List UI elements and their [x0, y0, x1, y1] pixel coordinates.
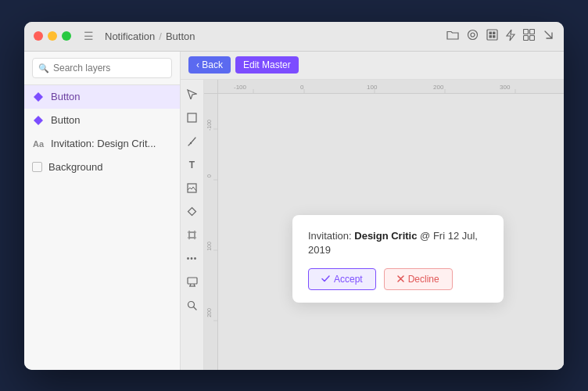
breadcrumb-separator: / — [159, 30, 162, 42]
ruler-left: -100 0 100 200 300 — [204, 94, 218, 370]
svg-text:0: 0 — [206, 174, 212, 177]
pen-tool[interactable] — [184, 133, 201, 150]
pointer-tool[interactable] — [184, 86, 201, 103]
main-area: 🔍 Button — [24, 52, 564, 370]
maximize-button[interactable] — [62, 31, 71, 41]
text-icon: Aa — [32, 138, 45, 150]
sidebar-item-label: Background — [48, 161, 102, 173]
svg-line-28 — [194, 307, 197, 310]
component-tool[interactable] — [184, 203, 201, 221]
svg-point-12 — [190, 142, 192, 143]
svg-text:200: 200 — [433, 84, 444, 91]
tool-panel: T — [181, 80, 204, 370]
svg-rect-10 — [530, 36, 535, 41]
notification-title: Invitation: Design Critic @ Fri 12 Jul, … — [308, 229, 488, 257]
svg-point-0 — [468, 30, 478, 40]
svg-rect-11 — [188, 113, 196, 122]
svg-rect-2 — [487, 30, 497, 40]
svg-text:300: 300 — [500, 84, 511, 91]
svg-rect-23 — [188, 278, 197, 284]
artboard-tool[interactable] — [184, 227, 201, 244]
minimize-button[interactable] — [48, 31, 57, 41]
notification-card: Invitation: Design Critic @ Fri 12 Jul, … — [292, 215, 504, 303]
component-icon-2 — [32, 114, 45, 127]
svg-text:0: 0 — [300, 84, 304, 91]
notification-title-bold: Design Critic — [354, 230, 417, 242]
export-icon[interactable] — [543, 29, 554, 43]
canvas-toolbar: ‹ Back Edit Master — [181, 52, 564, 80]
monitor-tool[interactable] — [184, 274, 201, 291]
svg-rect-8 — [530, 30, 535, 34]
more-tool[interactable]: ••• — [184, 250, 201, 267]
breadcrumb-part2: Button — [166, 30, 195, 42]
traffic-lights — [34, 31, 71, 41]
ruler-corner — [204, 80, 218, 94]
svg-rect-5 — [489, 35, 493, 38]
sidebar-list: Button Button Aa Invitation: Design Crit… — [24, 85, 180, 370]
accept-button[interactable]: Accept — [308, 268, 376, 290]
svg-text:-100: -100 — [234, 84, 247, 91]
sidebar-item-label: Button — [51, 91, 81, 102]
notification-buttons: Accept Decline — [308, 268, 488, 290]
sidebar-item-button1[interactable]: Button — [24, 85, 180, 109]
svg-rect-6 — [493, 35, 496, 38]
svg-rect-14 — [189, 232, 195, 238]
frame-tool[interactable] — [184, 109, 201, 127]
sidebar-item-invitation[interactable]: Aa Invitation: Design Crit... — [24, 132, 180, 156]
breadcrumb: Notification / Button — [105, 30, 195, 42]
svg-text:100: 100 — [367, 84, 378, 91]
sidebar-item-label: Button — [51, 114, 81, 126]
svg-point-1 — [471, 33, 475, 37]
edit-master-button[interactable]: Edit Master — [235, 56, 299, 74]
app-window: ☰ Notification / Button — [24, 22, 564, 370]
svg-text:-100: -100 — [206, 119, 212, 130]
components-icon[interactable] — [486, 29, 498, 43]
svg-rect-9 — [524, 36, 529, 41]
folder-icon[interactable] — [446, 30, 459, 43]
zoom-tool[interactable] — [184, 297, 201, 314]
svg-text:200: 200 — [206, 308, 212, 317]
menu-icon[interactable]: ☰ — [84, 30, 94, 42]
close-button[interactable] — [34, 31, 43, 41]
sidebar: 🔍 Button — [24, 52, 181, 370]
search-input[interactable] — [32, 58, 172, 78]
rect-icon — [32, 162, 42, 172]
back-button[interactable]: ‹ Back — [188, 56, 231, 74]
canvas-area[interactable]: -100 0 100 200 300 400 — [204, 80, 564, 370]
titlebar: ☰ Notification / Button — [24, 22, 564, 52]
sidebar-item-button2[interactable]: Button — [24, 109, 180, 132]
sidebar-item-background[interactable]: Background — [24, 156, 180, 178]
search-icon: 🔍 — [38, 63, 49, 73]
svg-rect-4 — [493, 32, 496, 35]
canvas-wrapper: T — [181, 80, 564, 370]
breadcrumb-part1: Notification — [105, 30, 155, 42]
decline-button[interactable]: Decline — [384, 268, 453, 290]
lightning-icon[interactable] — [506, 29, 515, 44]
svg-rect-7 — [524, 30, 529, 34]
titlebar-icons — [446, 29, 554, 44]
text-tool[interactable]: T — [184, 156, 201, 174]
svg-text:100: 100 — [206, 242, 212, 251]
sidebar-search-area: 🔍 — [24, 52, 180, 85]
svg-rect-3 — [489, 32, 493, 35]
sidebar-item-label: Invitation: Design Crit... — [51, 138, 156, 149]
image-tool[interactable] — [184, 180, 201, 197]
component-icon — [32, 91, 45, 103]
ruler-top: -100 0 100 200 300 400 — [218, 80, 564, 94]
notification-title-static: Invitation: — [308, 230, 354, 242]
share-icon[interactable] — [523, 29, 535, 43]
layers-icon[interactable] — [467, 29, 479, 43]
canvas-content[interactable]: Invitation: Design Critic @ Fri 12 Jul, … — [218, 94, 564, 370]
